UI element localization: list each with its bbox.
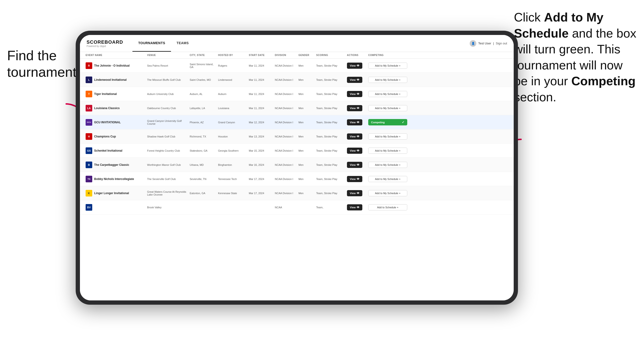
powered-by: Powered by clippd: [86, 45, 123, 47]
event-name-text: Bobby Nichols Intercollegiate: [94, 177, 134, 181]
cell-competing: Add to My Schedule +: [368, 91, 411, 97]
add-to-schedule-button[interactable]: Add to My Schedule +: [368, 162, 407, 168]
cell-venue: Shadow Hawk Golf Club: [147, 135, 190, 138]
cell-hosted-by: Auburn: [218, 93, 249, 95]
cell-hosted-by: Rutgers: [218, 64, 249, 67]
add-to-schedule-button[interactable]: Add to My Schedule +: [368, 134, 407, 140]
cell-actions: View 👁: [347, 134, 368, 140]
cell-venue: Great Waters Course At Reynolds Lake Oco…: [147, 190, 190, 196]
cell-actions: View 👁: [347, 162, 368, 168]
view-button[interactable]: View 👁: [347, 105, 362, 111]
view-button[interactable]: View 👁: [347, 91, 362, 97]
view-button[interactable]: View 👁: [347, 204, 362, 210]
avatar: 👤: [470, 40, 476, 47]
add-to-schedule-button[interactable]: Add to My Schedule +: [368, 148, 407, 154]
add-to-schedule-button[interactable]: Add to My Schedule +: [368, 77, 407, 83]
cell-event-name: K Linger Longer Invitational: [86, 190, 147, 196]
event-name-text: GCU INVITATIONAL: [94, 121, 120, 124]
table-row: K Linger Longer Invitational Great Water…: [80, 186, 514, 200]
team-logo: R: [86, 62, 92, 69]
view-button[interactable]: View 👁: [347, 134, 362, 140]
cell-hosted-by: Binghamton: [218, 164, 249, 166]
col-start-date: START DATE: [249, 54, 275, 56]
cell-venue: Oakbourne Country Club: [147, 107, 190, 110]
cell-scoring: Team, Stroke Play: [316, 64, 347, 67]
cell-city-state: Saint Simons Island, GA: [190, 63, 218, 68]
tablet-screen: SCOREBOARD Powered by clippd TOURNAMENTS…: [80, 35, 514, 300]
table-header: EVENT NAME VENUE CITY, STATE HOSTED BY S…: [80, 52, 514, 59]
view-button[interactable]: View 👁: [347, 176, 362, 182]
cell-event-name: H Champions Cup: [86, 133, 147, 140]
cell-hosted-by: Georgia Southern: [218, 149, 249, 152]
cell-actions: View 👁: [347, 148, 368, 154]
eye-icon: 👁: [357, 92, 360, 96]
cell-competing: Add to My Schedule +: [368, 134, 411, 140]
main-nav: TOURNAMENTS TEAMS: [132, 35, 194, 52]
eye-icon: 👁: [357, 107, 360, 110]
cell-division: NCAA Division I: [275, 177, 298, 180]
view-button[interactable]: View 👁: [347, 162, 362, 168]
cell-division: NCAA Division I: [275, 135, 298, 138]
add-to-schedule-button[interactable]: Add to My Schedule +: [368, 176, 407, 182]
cell-competing: Add to My Schedule +: [368, 63, 411, 69]
view-button[interactable]: View 👁: [347, 77, 362, 83]
add-to-schedule-button[interactable]: Add to My Schedule +: [368, 63, 407, 69]
add-to-schedule-button[interactable]: Add to Schedule +: [368, 204, 407, 210]
eye-icon: 👁: [357, 78, 360, 81]
sign-out-link[interactable]: Sign out: [496, 42, 507, 45]
cell-division: NCAA Division I: [275, 64, 298, 67]
cell-city-state: Statesboro, GA: [190, 149, 218, 152]
competing-button[interactable]: Competing✓: [368, 119, 407, 125]
cell-hosted-by: Lindenwood: [218, 78, 249, 81]
cell-start-date: Mar 16, 2024: [249, 164, 275, 166]
cell-actions: View 👁: [347, 91, 368, 97]
view-button[interactable]: View 👁: [347, 190, 362, 196]
team-logo: TN: [86, 176, 92, 182]
table-row: R The Johnnie - O Individual Sea Palms R…: [80, 59, 514, 73]
user-name: Test User: [478, 42, 491, 45]
add-to-schedule-button[interactable]: Add to My Schedule +: [368, 105, 407, 111]
cell-venue: Forest Heights Country Club: [147, 149, 190, 152]
cell-hosted-by: Louisiana: [218, 107, 249, 110]
cell-gender: Men: [298, 164, 316, 166]
cell-competing: Add to My Schedule +: [368, 162, 411, 168]
table-row: GS Schenkel Invitational Forest Heights …: [80, 144, 514, 158]
team-logo: L: [86, 77, 92, 83]
cell-venue: The Missouri Bluffs Golf Club: [147, 78, 190, 81]
tab-tournaments[interactable]: TOURNAMENTS: [132, 35, 171, 52]
view-button[interactable]: View 👁: [347, 63, 362, 69]
col-gender: GENDER: [298, 54, 316, 56]
cell-division: NCAA Division I: [275, 164, 298, 166]
cell-competing: Add to My Schedule +: [368, 190, 411, 196]
team-logo: GS: [86, 147, 92, 154]
cell-city-state: Saint Charles, MO: [190, 78, 218, 81]
col-city-state: CITY, STATE: [190, 54, 218, 56]
view-button[interactable]: View 👁: [347, 119, 362, 125]
app-logo: SCOREBOARD: [86, 39, 123, 45]
cell-gender: Men: [298, 64, 316, 67]
cell-hosted-by: Grand Canyon: [218, 121, 249, 124]
logo-area: SCOREBOARD Powered by clippd: [86, 39, 123, 47]
cell-division: NCAA Division I: [275, 107, 298, 110]
view-button[interactable]: View 👁: [347, 148, 362, 154]
cell-division: NCAA Division I: [275, 149, 298, 152]
add-to-schedule-button[interactable]: Add to My Schedule +: [368, 91, 407, 97]
cell-event-name: B The Carpetbagger Classic: [86, 162, 147, 168]
cell-competing: Add to My Schedule +: [368, 148, 411, 154]
top-bar-right: 👤 Test User | Sign out: [470, 40, 507, 47]
cell-hosted-by: Tennessee Tech: [218, 177, 249, 180]
add-to-schedule-button[interactable]: Add to My Schedule +: [368, 190, 407, 196]
eye-icon: 👁: [357, 135, 360, 138]
event-name-text: Champions Cup: [94, 135, 116, 138]
event-name-text: Tiger Invitational: [94, 92, 117, 96]
cell-event-name: L Lindenwood Invitational: [86, 77, 147, 83]
cell-event-name: T Tiger Invitational: [86, 91, 147, 97]
cell-city-state: Sevierville, TN: [190, 177, 218, 180]
cell-start-date: Mar 15, 2024: [249, 149, 275, 152]
cell-city-state: Phoenix, AZ: [190, 121, 218, 124]
team-logo: K: [86, 190, 92, 196]
eye-icon: 👁: [357, 177, 360, 181]
right-annotation: Click Add to My Schedule and the box wil…: [514, 9, 637, 105]
tab-teams[interactable]: TEAMS: [171, 35, 195, 52]
cell-division: NCAA Division I: [275, 78, 298, 81]
